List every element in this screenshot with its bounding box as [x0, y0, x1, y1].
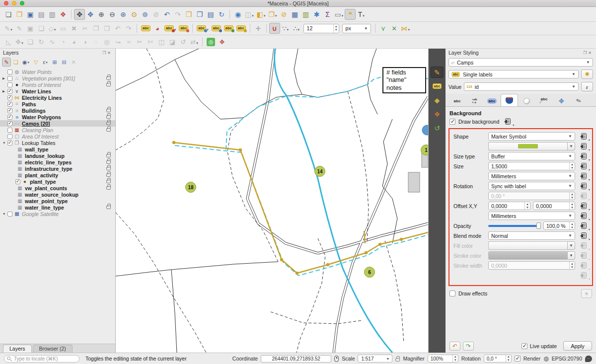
snapping-on-intersection-button[interactable]: ⋈▾ — [400, 23, 412, 34]
data-defined-override-button[interactable] — [502, 118, 512, 125]
merge-features-button[interactable]: ◫ — [156, 36, 167, 47]
select-features-button[interactable]: ◧▾ — [255, 9, 267, 20]
layer-item-water-source-lookup[interactable]: ▦water_source_lookup — [0, 191, 115, 198]
show-bookmarks-button[interactable]: ❒ — [194, 9, 205, 20]
layer-visibility-checkbox[interactable] — [7, 134, 12, 139]
expander-icon[interactable]: ▶ — [2, 89, 7, 93]
layer-visibility-checkbox[interactable] — [7, 212, 12, 217]
expander-icon[interactable]: ▼ — [2, 141, 7, 145]
zoom-full-button[interactable]: ⊛ — [118, 9, 129, 20]
map-tools-plugin-button[interactable]: ❖ — [217, 36, 227, 47]
identify-features-button[interactable]: ◉ — [232, 9, 243, 20]
processing-toolbox-button[interactable]: ✱ — [311, 9, 322, 20]
dropdown-arrow-icon[interactable]: ▾ — [408, 28, 410, 33]
scale-combo[interactable]: 1:517▼ — [358, 355, 392, 363]
layer-item-buildings[interactable]: ■Buildings — [0, 107, 115, 114]
styling-tab-view-3d[interactable]: ◆ — [431, 94, 444, 106]
vertex-tool-button[interactable]: ◇▾ — [47, 23, 58, 34]
slider-thumb[interactable] — [536, 222, 541, 229]
move-label-button[interactable]: abc — [210, 23, 223, 34]
chevron-down-icon[interactable]: ▼ — [567, 142, 575, 150]
messages-icon[interactable]: ⋯ — [585, 356, 592, 362]
pan-to-selection-button[interactable]: ✥ — [85, 9, 96, 20]
close-panel-icon[interactable]: ✕ — [588, 51, 593, 55]
modify-attributes-button[interactable]: ▭ — [58, 23, 69, 34]
dropdown-arrow-icon[interactable]: ▾ — [264, 14, 266, 19]
mouse-position-icon[interactable] — [334, 356, 339, 362]
merge-attributes-button[interactable]: ◪ — [167, 36, 178, 47]
remove-layer-button[interactable]: ✕ — [69, 58, 78, 67]
dropdown-arrow-icon[interactable]: ▾ — [342, 14, 344, 19]
label-tab-shadow[interactable] — [518, 95, 535, 106]
layer-visibility-checkbox[interactable] — [7, 115, 12, 120]
spinbox[interactable]: 0,0000▲▼ — [488, 202, 530, 210]
dropdown[interactable]: Millimeters▼ — [488, 172, 575, 180]
data-defined-override-button[interactable] — [578, 133, 588, 140]
pin-labels-button[interactable]: abc▾ — [163, 23, 177, 34]
stepper-icon[interactable]: ▲▼ — [569, 162, 575, 170]
dropdown-arrow-icon[interactable]: ▾ — [196, 41, 198, 47]
cut-features-button[interactable]: ✂ — [79, 23, 90, 34]
cad-tools-button[interactable]: ◺ — [3, 36, 14, 47]
undo-style-button[interactable]: ↶ — [449, 342, 460, 351]
layer-item-vw-plant-counts[interactable]: ▦vw_plant_counts — [0, 185, 115, 191]
deselect-features-button[interactable]: ❐▾ — [267, 9, 279, 20]
value-field-combo[interactable]: 123 id ▼ — [464, 82, 579, 91]
save-project-button[interactable]: ▣ — [25, 9, 36, 20]
layer-item-water-lines[interactable]: ▶∨Water Lines — [0, 88, 115, 94]
opacity-slider[interactable] — [488, 221, 541, 230]
snapping-type-button[interactable]: ∴▾ — [291, 23, 302, 34]
stepper-icon[interactable]: ▲▼ — [524, 202, 530, 210]
dropdown-arrow-icon[interactable]: ▾ — [21, 41, 23, 47]
zoom-native-button[interactable]: ⊘ — [150, 9, 161, 20]
coordinate-input[interactable]: 264401.09,271893.52 — [261, 355, 331, 363]
filter-legend-button[interactable]: ▽ — [31, 58, 40, 67]
change-label-button[interactable]: abc — [235, 23, 247, 34]
data-defined-override-button[interactable] — [578, 222, 588, 229]
layer-item-water-point-type[interactable]: ▦water_point_type — [0, 198, 115, 204]
zoom-last-button[interactable]: ↶ — [161, 9, 172, 20]
delete-part-button[interactable]: ◎ — [101, 36, 112, 47]
dropdown[interactable]: Marker Symbol▼ — [488, 132, 575, 141]
add-feature-button[interactable]: ❏ — [36, 23, 47, 34]
delete-selected-button[interactable]: ✖ — [69, 23, 79, 34]
symbol-preview-button[interactable]: ▼ — [488, 142, 575, 150]
snapping-toggle-button[interactable]: ∪ — [269, 23, 280, 34]
layer-visibility-checkbox[interactable] — [15, 179, 20, 184]
layer-item-electric-line-types[interactable]: ▦electric_line_types — [0, 159, 115, 165]
data-defined-override-button[interactable] — [578, 213, 588, 219]
label-mode-combo[interactable]: abc Single labels ▼ — [448, 70, 579, 78]
snapping-units-select[interactable]: px▼ — [342, 24, 371, 33]
layer-visibility-checkbox[interactable] — [7, 76, 12, 81]
label-tab-rendering[interactable]: ✎ — [570, 95, 588, 106]
layer-item-vegetation-points-301[interactable]: ▶∴Vegetation points [301] — [0, 75, 115, 81]
rotate-label-button[interactable]: abc — [223, 23, 235, 34]
layout-manager-button[interactable]: ▥ — [47, 9, 58, 20]
open-project-button[interactable]: ❐ — [14, 9, 25, 20]
pan-map-button[interactable]: ✥ — [74, 9, 85, 20]
spinbox[interactable]: 100,0 %▲▼ — [543, 221, 575, 230]
dropdown-arrow-icon[interactable]: ▾ — [363, 14, 365, 19]
data-defined-override-button[interactable] — [578, 173, 588, 180]
text-annotation-button[interactable]: T▾ — [356, 9, 367, 20]
styling-tab-labels[interactable]: abc — [431, 80, 444, 92]
copy-move-feature-button[interactable]: ❏ — [25, 36, 36, 47]
magnifier-spin[interactable]: 100%▲▼ — [428, 355, 458, 363]
add-group-button[interactable]: ❏ — [11, 58, 20, 67]
collapse-all-button[interactable]: ⊟ — [60, 58, 69, 67]
new-project-button[interactable]: ❏ — [3, 9, 14, 20]
new-bookmark-button[interactable]: ❒ — [183, 9, 194, 20]
add-ring-button[interactable]: ◔ — [58, 36, 69, 47]
select-by-value-button[interactable]: ◫▾ — [243, 9, 255, 20]
offset-point-symbol-button[interactable]: ⇄▾ — [189, 36, 200, 47]
statistics-panel-button[interactable]: ▥ — [300, 9, 311, 20]
data-defined-override-button[interactable] — [578, 232, 588, 239]
snapping-tolerance-spinbox[interactable]: 12▲▼ — [303, 24, 339, 33]
layer-item-lookup-tables[interactable]: ▼❒Lookup Tables — [0, 140, 115, 146]
label-tab-text[interactable]: abc — [448, 95, 466, 106]
delete-ring-button[interactable]: ◌ — [90, 36, 101, 47]
spinbox[interactable]: 1,5000▲▼ — [488, 162, 575, 170]
dropdown[interactable]: Sync with label▼ — [488, 182, 575, 190]
crosshair-button[interactable]: ✛ — [253, 23, 264, 34]
label-tab-callouts[interactable]: abc∕ — [535, 95, 553, 106]
